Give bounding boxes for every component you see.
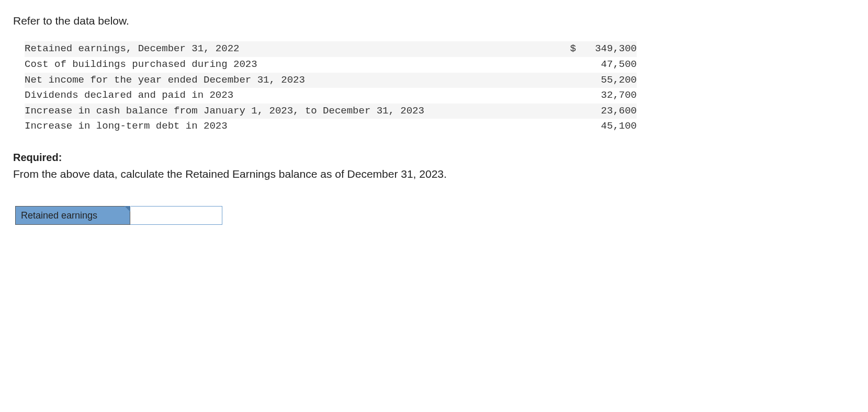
table-row: Cost of buildings purchased during 2023 … xyxy=(25,57,637,73)
row-value: 32,700 xyxy=(579,88,637,104)
answer-label-text: Retained earnings xyxy=(21,210,97,221)
intro-text: Refer to the data below. xyxy=(13,13,855,29)
row-value: 55,200 xyxy=(579,73,637,88)
required-text: From the above data, calculate the Retai… xyxy=(13,166,855,182)
row-label: Net income for the year ended December 3… xyxy=(25,73,555,88)
table-row: Increase in long-term debt in 2023 45,10… xyxy=(25,119,637,134)
row-label: Increase in long-term debt in 2023 xyxy=(25,119,555,134)
row-currency xyxy=(555,73,579,88)
required-heading: Required: xyxy=(13,150,855,165)
row-value: 45,100 xyxy=(579,119,637,134)
row-currency xyxy=(555,88,579,104)
row-label: Retained earnings, December 31, 2022 xyxy=(25,41,555,57)
retained-earnings-input[interactable] xyxy=(130,206,222,225)
table-row: Increase in cash balance from January 1,… xyxy=(25,104,637,119)
row-value: 349,300 xyxy=(579,41,637,57)
table-row: Dividends declared and paid in 2023 32,7… xyxy=(25,88,637,104)
row-label: Increase in cash balance from January 1,… xyxy=(25,104,555,119)
corner-fold-icon xyxy=(125,206,130,212)
table-row: Net income for the year ended December 3… xyxy=(25,73,637,88)
row-currency: $ xyxy=(555,41,579,57)
row-currency xyxy=(555,119,579,134)
row-currency xyxy=(555,57,579,73)
row-value: 23,600 xyxy=(579,104,637,119)
answer-label-cell: Retained earnings xyxy=(15,206,130,225)
row-label: Dividends declared and paid in 2023 xyxy=(25,88,555,104)
required-block: Required: From the above data, calculate… xyxy=(13,150,855,182)
data-table: Retained earnings, December 31, 2022 $ 3… xyxy=(25,41,637,134)
answer-row: Retained earnings xyxy=(15,206,855,225)
row-value: 47,500 xyxy=(579,57,637,73)
row-currency xyxy=(555,104,579,119)
table-row: Retained earnings, December 31, 2022 $ 3… xyxy=(25,41,637,57)
row-label: Cost of buildings purchased during 2023 xyxy=(25,57,555,73)
